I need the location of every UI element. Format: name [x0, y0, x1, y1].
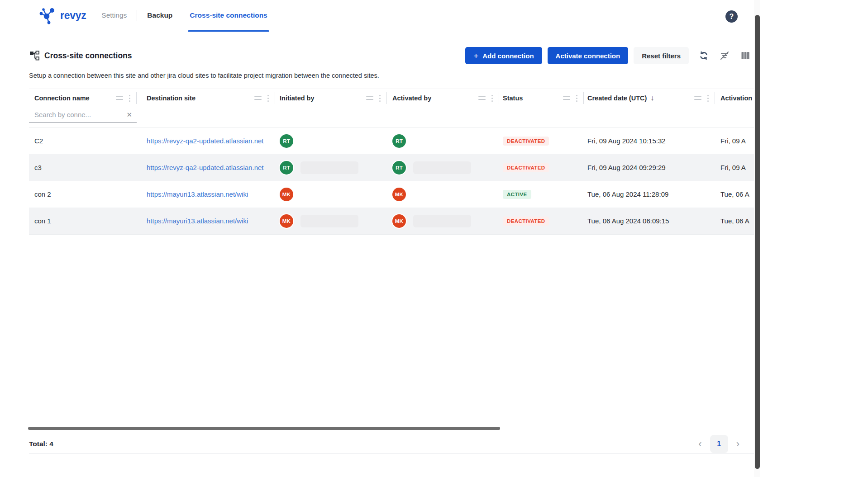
destination-link[interactable]: https://mayuri13.atlassian.net/wiki	[147, 217, 248, 225]
column-header-destination-site: Destination site	[137, 89, 275, 107]
column-menu-icon[interactable]	[576, 95, 577, 102]
avatar: RT	[280, 161, 293, 175]
column-label: Initiated by	[280, 94, 315, 102]
horizontal-scrollbar[interactable]	[28, 427, 500, 430]
table-filter-row: ✕	[29, 107, 755, 128]
created-date: Fri, 09 Aug 2024 10:15:32	[587, 137, 666, 145]
filter-off-icon[interactable]	[719, 50, 730, 61]
table-row: c3 https://revyz-qa2-updated.atlassian.n…	[29, 154, 755, 181]
column-header-connection-name: Connection name	[29, 89, 137, 107]
vertical-scrollbar[interactable]	[755, 15, 760, 469]
column-header-status: Status	[499, 89, 584, 107]
column-header-created-date: Created date (UTC) ↓	[584, 89, 715, 107]
add-connection-button[interactable]: + Add connection	[465, 47, 542, 64]
table-footer: Total: 4 ‹ 1 ›	[29, 434, 755, 453]
table-bottom-border	[29, 234, 755, 235]
avatar: MK	[392, 188, 406, 201]
sort-desc-icon[interactable]: ↓	[650, 94, 654, 102]
activation-date: Fri, 09 A	[720, 164, 746, 171]
sitemap-icon	[29, 50, 40, 61]
search-box: ✕	[29, 107, 137, 123]
column-menu-icon[interactable]	[707, 95, 709, 102]
page-title-wrap: Cross-site connections	[29, 50, 132, 61]
page-number[interactable]: 1	[710, 435, 728, 453]
column-header-activation-date: Activation date (UTC)	[715, 89, 755, 107]
table-header-row: Connection name Destination site Initiat…	[29, 89, 755, 107]
toolbar: + Add connection Activate connection Res…	[465, 47, 751, 64]
destination-link[interactable]: https://revyz-qa2-updated.atlassian.net	[147, 137, 264, 145]
brand-logo[interactable]: revyz	[39, 5, 86, 25]
name-skeleton	[413, 215, 471, 227]
toolbar-icons	[698, 50, 751, 61]
next-page-icon[interactable]: ›	[734, 439, 741, 449]
connection-name: con 1	[34, 217, 51, 225]
activation-date: Tue, 06 A	[720, 217, 749, 225]
pagination: ‹ 1 ›	[696, 435, 741, 453]
column-menu-icon[interactable]	[491, 95, 493, 102]
filter-menu-icon[interactable]	[563, 96, 570, 100]
columns-icon[interactable]	[739, 50, 751, 61]
filter-menu-icon[interactable]	[366, 96, 373, 100]
filter-menu-icon[interactable]	[478, 96, 486, 100]
nav-divider	[137, 10, 137, 21]
filter-menu-icon[interactable]	[254, 96, 262, 100]
column-menu-icon[interactable]	[267, 95, 269, 102]
tab-cross-site-connections[interactable]: Cross-site connections	[190, 0, 267, 31]
status-badge: DEACTIVATED	[503, 137, 549, 146]
status-badge: DEACTIVATED	[503, 217, 549, 226]
page-title: Cross-site connections	[44, 51, 132, 61]
tab-settings[interactable]: Settings	[101, 0, 127, 31]
name-skeleton	[413, 161, 471, 174]
page-subtitle: Setup a connection between this site and…	[29, 72, 379, 79]
created-date: Tue, 06 Aug 2024 11:28:09	[587, 190, 668, 198]
brand-name: revyz	[60, 9, 86, 22]
connection-name: C2	[34, 137, 43, 145]
activation-date: Fri, 09 A	[720, 137, 746, 145]
search-input[interactable]	[34, 111, 124, 118]
activate-connection-button[interactable]: Activate connection	[548, 47, 629, 64]
filter-menu-icon[interactable]	[694, 96, 701, 100]
reset-filters-button[interactable]: Reset filters	[634, 47, 689, 64]
table-row: con 1 https://mayuri13.atlassian.net/wik…	[29, 208, 755, 234]
table-body: C2 https://revyz-qa2-updated.atlassian.n…	[29, 128, 755, 234]
connections-table: Connection name Destination site Initiat…	[29, 89, 755, 235]
top-navigation: revyz Settings Backup Cross-site connect…	[0, 0, 755, 31]
avatar: MK	[280, 188, 293, 201]
page-header: Cross-site connections + Add connection …	[29, 47, 751, 65]
total-count: Total: 4	[29, 440, 53, 448]
column-header-initiated-by: Initiated by	[275, 89, 387, 107]
column-menu-icon[interactable]	[379, 95, 381, 102]
connection-name: c3	[34, 164, 42, 171]
destination-link[interactable]: https://mayuri13.atlassian.net/wiki	[147, 190, 248, 198]
column-label: Connection name	[34, 94, 90, 102]
table-row: C2 https://revyz-qa2-updated.atlassian.n…	[29, 128, 755, 154]
column-menu-icon[interactable]	[129, 95, 130, 102]
prev-page-icon[interactable]: ‹	[696, 439, 703, 449]
revyz-molecule-icon	[39, 5, 57, 25]
column-label: Activation date (UTC)	[720, 94, 755, 102]
avatar: RT	[280, 134, 293, 148]
table-row: con 2 https://mayuri13.atlassian.net/wik…	[29, 181, 755, 208]
status-badge: ACTIVE	[503, 190, 531, 199]
help-icon[interactable]: ?	[725, 10, 738, 23]
name-skeleton	[300, 215, 358, 227]
destination-link[interactable]: https://revyz-qa2-updated.atlassian.net	[147, 164, 264, 171]
add-connection-label: Add connection	[482, 52, 534, 60]
filter-menu-icon[interactable]	[116, 96, 123, 100]
avatar: MK	[280, 214, 293, 228]
clear-search-icon[interactable]: ✕	[124, 110, 134, 120]
column-label: Destination site	[147, 94, 196, 102]
created-date: Tue, 06 Aug 2024 06:09:15	[587, 217, 669, 225]
column-label: Status	[503, 94, 523, 102]
tab-backup[interactable]: Backup	[147, 0, 172, 31]
avatar: MK	[392, 214, 406, 228]
created-date: Fri, 09 Aug 2024 09:29:29	[587, 164, 666, 171]
connection-name: con 2	[34, 190, 51, 198]
refresh-icon[interactable]	[698, 50, 710, 61]
avatar: RT	[392, 134, 406, 148]
column-label: Created date (UTC)	[587, 94, 647, 102]
avatar: RT	[392, 161, 406, 175]
column-header-activated-by: Activated by	[387, 89, 499, 107]
activation-date: Tue, 06 A	[720, 190, 749, 198]
name-skeleton	[300, 161, 358, 174]
